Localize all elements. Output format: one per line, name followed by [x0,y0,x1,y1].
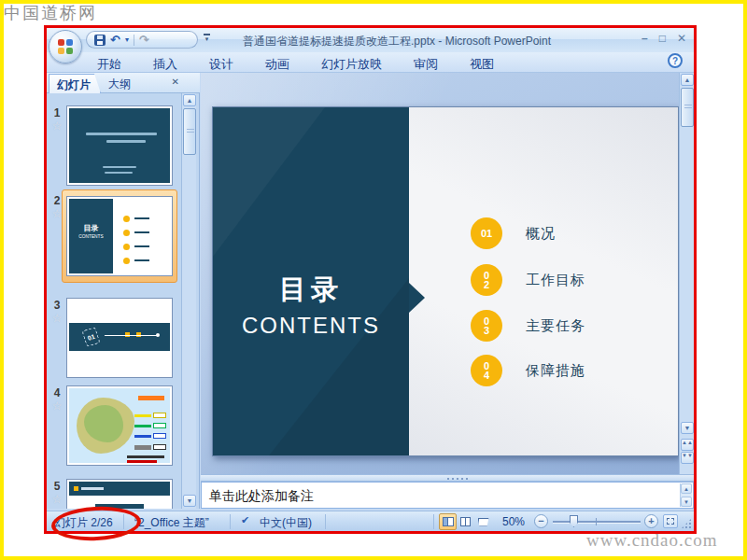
scroll-up-icon[interactable]: ▲ [681,483,692,494]
statusbar-separator [230,514,231,529]
tab-view[interactable]: 视图 [460,54,503,75]
quick-access-toolbar: ↶ ▾ ↷ [86,31,198,49]
undo-icon[interactable]: ↶ [110,35,120,46]
pane-scrollbar[interactable]: ▲ ▼ [181,93,196,509]
thumb5-header-title-line [81,487,104,490]
thumb4-legend-line [134,414,151,417]
window-title: 普通国省道提标提速提质改造工程.pptx - Microsoft PowerPo… [201,34,593,49]
scroll-down-icon[interactable]: ▼ [183,495,196,507]
normal-view-button[interactable] [439,513,457,530]
slide-editor: 目录 CONTENTS 01 概况 02 工作目标 03 主要任务 04 [201,73,694,474]
office-logo-icon [58,39,73,54]
slide-5-thumbnail[interactable] [67,480,172,509]
slide-sorter-button[interactable] [457,513,474,530]
animation-star-icon: ☆ [49,312,64,325]
thumb2-item-dot [123,216,130,222]
scroll-up-icon[interactable]: ▲ [183,94,196,106]
notes-splitter[interactable] [201,474,694,482]
notes-placeholder[interactable]: 单击此处添加备注 [209,488,314,505]
next-slide-button[interactable]: ▼▼ [681,452,694,464]
redo-icon[interactable]: ↷ [139,35,149,46]
normal-view-icon [443,517,454,526]
scroll-down-icon[interactable]: ▼ [681,497,692,507]
zoom-level[interactable]: 50% [502,515,525,528]
theme-name[interactable]: “2_Office 主题” [134,515,209,531]
maximize-button[interactable]: □ [659,32,666,45]
toc-item-1[interactable]: 01 概况 [471,217,556,249]
toc-item-3[interactable]: 03 主要任务 [471,310,585,342]
save-icon[interactable] [94,35,106,46]
thumb2-title-en: CONTENTS [74,234,109,239]
toc-number: 03 [483,316,491,335]
main-scrollbar[interactable]: ▲ ▼ ▲▲ ▼▼ [679,73,694,474]
fit-to-window-button[interactable] [663,514,678,528]
help-button[interactable]: ? [668,53,683,68]
thumb5-org-box [95,504,144,509]
tab-insert[interactable]: 插入 [144,54,187,75]
slide-2-thumbnail[interactable]: 目录 CONTENTS [67,197,172,275]
slide-4-thumbnail[interactable] [67,386,172,465]
thumb1-title-line [86,133,157,135]
toc-number-badge: 01 [471,217,502,249]
pane-scrollbar-thumb[interactable] [183,108,196,155]
thumb2-item-dash [134,245,149,247]
notes-pane[interactable]: 单击此处添加备注 ▲ ▼ [201,482,694,509]
thumb4-legend-box [153,423,166,428]
scroll-down-icon[interactable]: ▼ [681,422,694,434]
tab-outline[interactable]: 大纲 [101,74,149,93]
fit-to-window-icon [667,518,674,525]
thumb1-subtitle-line [105,172,133,174]
statusbar-separator [433,514,434,529]
zoom-slider-track[interactable] [553,521,641,523]
zoom-out-button[interactable]: − [534,514,548,528]
toc-number-badge: 03 [471,310,502,342]
toc-number-badge: 04 [471,355,502,386]
tab-review[interactable]: 审阅 [404,54,447,75]
zoom-slider-thumb[interactable] [570,515,578,527]
close-button[interactable]: ✕ [677,32,686,45]
slideshow-button[interactable] [474,513,492,530]
view-buttons [439,513,492,530]
slide-title-cn: 目录 [213,272,409,309]
thumb4-legend-box [153,444,166,450]
zoom-in-button[interactable]: + [644,514,658,528]
slide-canvas[interactable]: 目录 CONTENTS 01 概况 02 工作目标 03 主要任务 04 [212,106,679,456]
scroll-up-icon[interactable]: ▲ [681,74,694,86]
window-controls: – □ ✕ [641,32,686,45]
thumb2-item-dash [134,217,149,219]
thumb4-caption-line [127,455,164,458]
statusbar-separator [325,514,326,529]
main-scrollbar-thumb[interactable] [681,88,694,127]
pane-close-icon[interactable]: ✕ [172,77,179,87]
toc-item-2[interactable]: 02 工作目标 [471,264,585,296]
undo-dropdown-icon[interactable]: ▾ [125,35,129,44]
slide-title-block[interactable]: 目录 CONTENTS [213,272,409,339]
tab-slides-thumbnails[interactable]: 幻灯片 [49,74,101,93]
toc-item-4[interactable]: 04 保障措施 [471,355,585,386]
toc-label: 概况 [526,225,556,243]
tab-animations[interactable]: 动画 [256,54,299,75]
tab-slideshow[interactable]: 幻灯片放映 [312,54,391,75]
spellcheck-icon[interactable]: ✔ [241,514,249,526]
toc-label: 工作目标 [526,272,585,289]
minimize-button[interactable]: – [641,32,648,45]
tab-design[interactable]: 设计 [200,54,243,75]
slide-1-thumbnail[interactable] [67,106,172,185]
thumb2-title-cn: 目录 [69,223,113,233]
slide-1-number: 1 [50,106,63,119]
notes-scrollbar[interactable]: ▲ ▼ [680,483,692,507]
previous-slide-button[interactable]: ▲▲ [681,439,694,451]
thumb1-title-line [106,140,146,143]
language-indicator[interactable]: 中文(中国) [260,515,312,531]
slide-3-thumbnail[interactable]: 01 [67,299,172,377]
tab-home[interactable]: 开始 [88,54,131,75]
slide-indicator[interactable]: 幻灯片 2/26 [54,515,113,531]
thumb4-caption-line [127,460,157,463]
status-bar: 幻灯片 2/26 “2_Office 主题” ✔ 中文(中国) 50% − + [47,511,694,531]
thumb2-item-dot [123,244,130,250]
thumb2-item-dash [134,231,149,233]
powerpoint-window: ↶ ▾ ↷ ▾ 普通国省道提标提速提质改造工程.pptx - Microsoft… [44,25,697,534]
office-button[interactable] [49,30,82,63]
splitter-grip-icon [447,478,470,480]
resize-grip[interactable] [681,518,692,529]
